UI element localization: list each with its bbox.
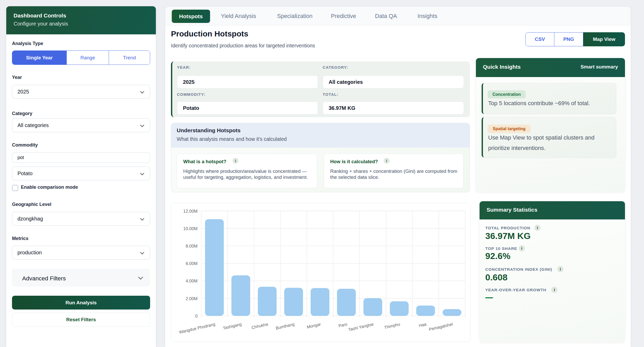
svg-text:Mongar: Mongar xyxy=(306,322,321,329)
svg-text:Bumthang: Bumthang xyxy=(275,322,295,330)
svg-text:Haa: Haa xyxy=(418,322,427,328)
svg-text:Tashigang: Tashigang xyxy=(223,322,242,330)
svg-text:Thimphu: Thimphu xyxy=(384,322,400,330)
svg-text:10.00M: 10.00M xyxy=(183,226,198,231)
svg-text:12.00M: 12.00M xyxy=(183,209,198,213)
svg-text:Pemagatshel: Pemagatshel xyxy=(428,322,453,332)
svg-text:4.00M: 4.00M xyxy=(186,279,198,283)
svg-text:8.00M: 8.00M xyxy=(186,244,198,248)
svg-text:0: 0 xyxy=(195,314,198,318)
svg-text:Paro: Paro xyxy=(338,322,348,328)
svg-text:Wangdue Phodrang: Wangdue Phodrang xyxy=(179,322,216,334)
svg-text:Tashi Yangtse: Tashi Yangtse xyxy=(348,322,374,332)
svg-text:6.00M: 6.00M xyxy=(186,261,198,266)
svg-text:2.00M: 2.00M xyxy=(186,296,198,301)
svg-text:Chhukha: Chhukha xyxy=(251,322,268,330)
